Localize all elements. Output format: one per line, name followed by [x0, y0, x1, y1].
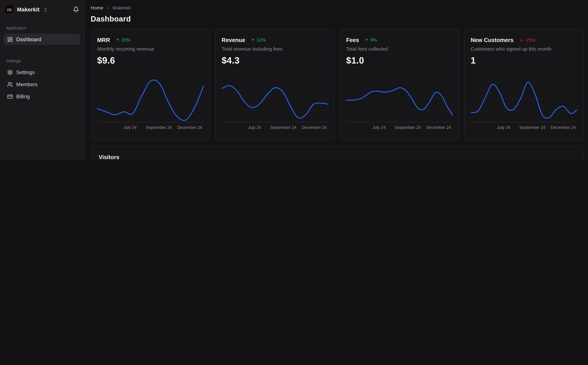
sidebar-item-label: Dashboard	[16, 36, 41, 42]
sidebar-nav: Application Dashboard Settings Settings …	[4, 26, 81, 160]
stat-subtitle: Total fees collected	[346, 46, 453, 52]
sparkline-chart: July 24 September 24 December 24	[222, 78, 328, 131]
sparkline-chart: July 24 September 24 December 24	[97, 78, 203, 131]
x-axis-labels: July 24 September 24 December 24	[470, 125, 577, 131]
x-axis-labels: July 24 September 24 December 24	[97, 125, 203, 131]
sidebar-item-label: Members	[16, 81, 38, 87]
x-axis-labels: July 24 September 24 December 24	[222, 125, 328, 131]
trend-badge: 12%	[251, 37, 266, 42]
arrow-up-icon	[116, 38, 120, 42]
arrow-up-icon	[365, 38, 369, 42]
stat-card-fees: Fees 9% Total fees collected $1.0 July 2…	[340, 29, 459, 141]
stat-card-mrr: MRR 20% Monthly recurring revenue $9.6 J…	[91, 29, 210, 141]
breadcrumb-home[interactable]: Home	[91, 5, 103, 11]
workspace-name: Makerkit	[17, 7, 40, 13]
stat-title: New Customers	[470, 37, 513, 43]
nav-section-application: Application	[4, 26, 81, 30]
sparkline-chart: July 24 September 24 December 24	[346, 78, 453, 131]
trend-badge: -25%	[519, 37, 535, 42]
chevrons-up-down-icon	[43, 7, 48, 12]
visitors-card: Visitors Showing total visitors for the …	[91, 146, 583, 160]
breadcrumb-current: Makerkit	[113, 5, 131, 11]
stat-card-new-customers: New Customers -25% Customers who signed …	[464, 29, 583, 141]
sparkline-chart: July 24 September 24 December 24	[470, 78, 577, 131]
sidebar-item-billing[interactable]: Billing	[4, 91, 81, 102]
bell-icon[interactable]	[73, 7, 79, 13]
stat-cards-row: MRR 20% Monthly recurring revenue $9.6 J…	[91, 29, 583, 141]
members-icon	[7, 81, 13, 87]
makerkit-logo: m	[5, 5, 14, 14]
stat-title: MRR	[97, 37, 110, 43]
stat-title: Fees	[346, 37, 359, 43]
workspace-selector[interactable]: m Makerkit	[4, 5, 81, 14]
stat-subtitle: Total revenue including fees	[222, 46, 328, 52]
stat-title: Revenue	[222, 37, 245, 43]
sidebar: m Makerkit Application Dashboard Setting…	[0, 0, 85, 160]
sidebar-item-dashboard[interactable]: Dashboard	[4, 34, 81, 45]
stat-value: $9.6	[97, 55, 203, 66]
stat-value: $4.3	[222, 55, 328, 66]
app-window: m Makerkit Application Dashboard Setting…	[0, 0, 588, 160]
nav-section-settings: Settings	[4, 59, 81, 63]
main-content: Home Makerkit Dashboard MRR 20% Monthly …	[85, 0, 588, 160]
stat-value: $1.0	[346, 55, 453, 66]
new-customers-sparkline	[470, 78, 577, 123]
dashboard-icon	[7, 36, 13, 42]
chevron-right-icon	[106, 6, 110, 10]
fees-sparkline	[346, 78, 453, 123]
stat-subtitle: Customers who signed up this month	[470, 46, 577, 52]
breadcrumb: Home Makerkit	[91, 5, 583, 11]
page-title: Dashboard	[91, 15, 583, 23]
stat-card-revenue: Revenue 12% Total revenue including fees…	[215, 29, 334, 141]
sidebar-item-label: Settings	[16, 69, 35, 75]
stat-subtitle: Monthly recurring revenue	[97, 46, 203, 52]
visitors-title: Visitors	[99, 154, 575, 160]
arrow-down-icon	[519, 38, 523, 42]
mrr-sparkline	[97, 78, 203, 123]
x-axis-labels: July 24 September 24 December 24	[346, 125, 453, 131]
sidebar-item-settings[interactable]: Settings	[4, 67, 81, 78]
billing-icon	[7, 93, 13, 99]
sidebar-item-label: Billing	[16, 93, 30, 99]
arrow-up-icon	[251, 38, 255, 42]
trend-badge: 20%	[116, 37, 130, 42]
revenue-sparkline	[222, 78, 328, 123]
stat-value: 1	[470, 55, 577, 66]
sidebar-item-members[interactable]: Members	[4, 79, 81, 90]
trend-badge: 9%	[365, 37, 377, 42]
settings-icon	[7, 69, 13, 75]
